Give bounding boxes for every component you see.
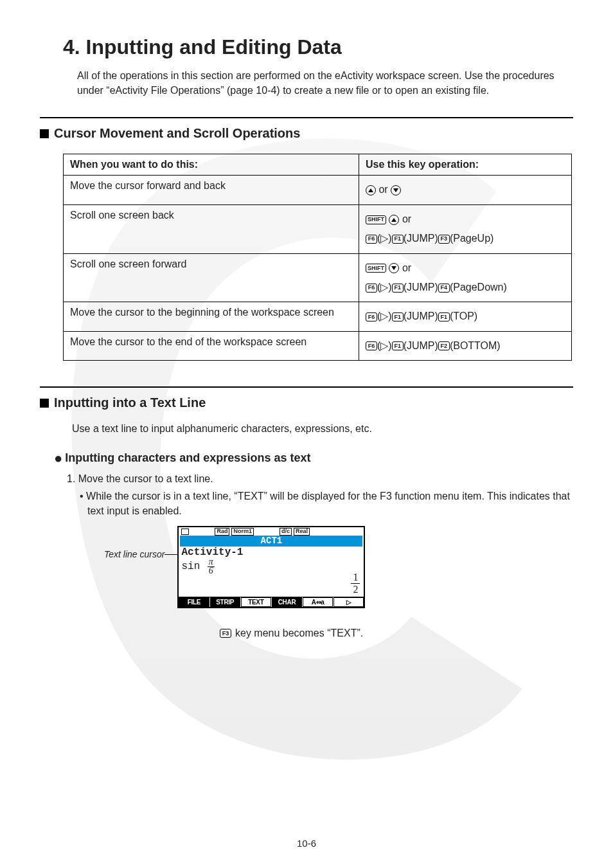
fmenu-tab-text: TEXT xyxy=(241,597,271,607)
text-line-cursor-label: Text line cursor xyxy=(104,549,164,559)
table-header-keys: Use this key operation: xyxy=(359,154,572,176)
jump-label: JUMP xyxy=(407,233,435,244)
f1-key-icon: F1 xyxy=(438,312,450,321)
key-cell: or xyxy=(359,176,572,204)
cursor-up-icon xyxy=(389,215,399,225)
cursor-operations-table: When you want to do this: Use this key o… xyxy=(63,154,572,361)
shift-key-icon: SHIFT xyxy=(366,215,386,224)
table-row: Move the cursor to the beginning of the … xyxy=(64,302,572,331)
cursor-up-icon xyxy=(366,185,376,195)
leader-line-icon xyxy=(164,554,177,555)
f1-key-icon: F1 xyxy=(392,341,404,350)
action-cell: Move the cursor forward and back xyxy=(64,176,359,204)
f1-key-icon: F1 xyxy=(392,312,404,321)
status-badge: Norm1 xyxy=(231,528,254,536)
fmenu-tab: A⇔a xyxy=(303,597,333,607)
table-header-action: When you want to do this: xyxy=(64,154,359,176)
key-cell: F6(▷)F1(JUMP)F2(BOTTOM) xyxy=(359,331,572,360)
key-cell: SHIFT or F6(▷)F1(JUMP)F4(PageDown) xyxy=(359,253,572,302)
calc-result: 1 2 xyxy=(351,572,360,595)
section-marker-icon xyxy=(40,129,49,138)
key-cell: SHIFT or F6(▷)F1(JUMP)F3(PageUp) xyxy=(359,204,572,253)
table-row: Move the cursor forward and back or xyxy=(64,176,572,204)
top-label: TOP xyxy=(453,311,474,321)
step-1: 1. Move the cursor to a text line. xyxy=(67,473,573,485)
figure-caption: F3 key menu becomes “TEXT”. xyxy=(220,628,573,639)
action-cell: Scroll one screen back xyxy=(64,204,359,253)
key-cell: F6(▷)F1(JUMP)F1(TOP) xyxy=(359,302,572,331)
table-row: Scroll one screen forward SHIFT or F6(▷)… xyxy=(64,253,572,302)
status-badge: Real xyxy=(294,528,310,536)
fmenu-tab: FILE xyxy=(179,597,209,607)
sub-heading: ●Inputting characters and expressions as… xyxy=(54,450,573,467)
section-heading-cursor: Cursor Movement and Scroll Operations xyxy=(54,126,300,141)
calc-status-bar: Rad Norm1 d/c Real xyxy=(179,527,364,536)
fmenu-more-icon: ▷ xyxy=(333,597,364,607)
calc-title: ACT1 xyxy=(180,536,362,547)
status-badge: d/c xyxy=(280,528,292,536)
section-rule xyxy=(40,386,573,388)
f3-key-icon: F3 xyxy=(220,629,231,638)
fmenu-tab: CHAR xyxy=(272,597,302,607)
f1-key-icon: F1 xyxy=(392,235,404,244)
calculator-screen: Rad Norm1 d/c Real ACT1 Activity-1 sin π… xyxy=(177,526,365,608)
f6-key-icon: F6 xyxy=(366,341,377,350)
step-1-sub-bullet: While the cursor is in a text line, “TEX… xyxy=(80,489,573,518)
action-cell: Move the cursor to the end of the worksp… xyxy=(64,331,359,360)
shift-key-icon: SHIFT xyxy=(366,264,386,273)
calc-doc-icon xyxy=(181,529,189,535)
pageup-label: PageUp xyxy=(453,233,490,244)
action-cell: Scroll one screen forward xyxy=(64,253,359,302)
f4-key-icon: F4 xyxy=(438,284,450,293)
pagedown-label: PageDown xyxy=(453,282,503,293)
calc-math-line: sin π 6 xyxy=(181,558,361,575)
bullet-icon: ● xyxy=(54,450,62,466)
table-row: Move the cursor to the end of the worksp… xyxy=(64,331,572,360)
f6-key-icon: F6 xyxy=(366,235,377,244)
jump-label: JUMP xyxy=(407,282,435,293)
f6-key-icon: F6 xyxy=(366,284,377,293)
jump-label: JUMP xyxy=(407,311,435,321)
section-marker-icon xyxy=(40,399,49,408)
section-input-desc: Use a text line to input alphanumeric ch… xyxy=(72,423,573,435)
jump-label: JUMP xyxy=(407,340,435,351)
or-text: or xyxy=(378,184,391,195)
table-row: Scroll one screen back SHIFT or F6(▷)F1(… xyxy=(64,204,572,253)
section-heading-input: Inputting into a Text Line xyxy=(54,395,206,410)
or-text: or xyxy=(402,262,411,273)
status-badge: Rad xyxy=(215,528,229,536)
fmenu-tab: STRIP xyxy=(210,597,240,607)
bottom-label: BOTTOM xyxy=(453,340,497,351)
page-title: 4. Inputting and Editing Data xyxy=(63,35,573,59)
f3-key-icon: F3 xyxy=(438,235,450,244)
calc-body: Activity-1 sin π 6 1 2 xyxy=(179,547,364,597)
action-cell: Move the cursor to the beginning of the … xyxy=(64,302,359,331)
f6-key-icon: F6 xyxy=(366,312,377,321)
page-number: 10-6 xyxy=(0,838,613,849)
or-text: or xyxy=(402,213,411,224)
section-rule xyxy=(40,117,573,118)
f1-key-icon: F1 xyxy=(392,284,404,293)
cursor-down-icon xyxy=(391,185,401,195)
cursor-down-icon xyxy=(389,263,399,273)
calc-fmenu: FILE STRIP TEXT CHAR A⇔a ▷ xyxy=(179,597,364,607)
f2-key-icon: F2 xyxy=(438,341,450,350)
intro-paragraph: All of the operations in this section ar… xyxy=(77,68,573,98)
